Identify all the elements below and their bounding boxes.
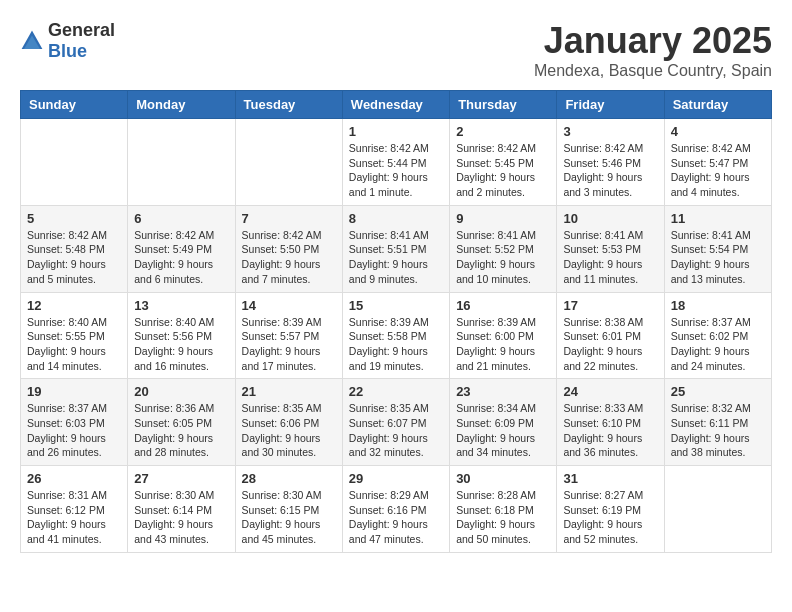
- day-info: Sunrise: 8:42 AM Sunset: 5:49 PM Dayligh…: [134, 228, 228, 287]
- day-info: Sunrise: 8:42 AM Sunset: 5:47 PM Dayligh…: [671, 141, 765, 200]
- logo-blue: Blue: [48, 41, 87, 61]
- day-number: 14: [242, 298, 336, 313]
- calendar-cell: 5Sunrise: 8:42 AM Sunset: 5:48 PM Daylig…: [21, 205, 128, 292]
- day-info: Sunrise: 8:42 AM Sunset: 5:50 PM Dayligh…: [242, 228, 336, 287]
- calendar-cell: [21, 119, 128, 206]
- calendar-cell: 19Sunrise: 8:37 AM Sunset: 6:03 PM Dayli…: [21, 379, 128, 466]
- calendar-cell: 29Sunrise: 8:29 AM Sunset: 6:16 PM Dayli…: [342, 466, 449, 553]
- day-info: Sunrise: 8:36 AM Sunset: 6:05 PM Dayligh…: [134, 401, 228, 460]
- calendar-week-row: 1Sunrise: 8:42 AM Sunset: 5:44 PM Daylig…: [21, 119, 772, 206]
- day-info: Sunrise: 8:30 AM Sunset: 6:14 PM Dayligh…: [134, 488, 228, 547]
- day-number: 3: [563, 124, 657, 139]
- day-number: 16: [456, 298, 550, 313]
- calendar-cell: 31Sunrise: 8:27 AM Sunset: 6:19 PM Dayli…: [557, 466, 664, 553]
- day-number: 30: [456, 471, 550, 486]
- calendar-cell: 27Sunrise: 8:30 AM Sunset: 6:14 PM Dayli…: [128, 466, 235, 553]
- day-number: 12: [27, 298, 121, 313]
- weekday-header-tuesday: Tuesday: [235, 91, 342, 119]
- day-info: Sunrise: 8:41 AM Sunset: 5:52 PM Dayligh…: [456, 228, 550, 287]
- day-info: Sunrise: 8:41 AM Sunset: 5:54 PM Dayligh…: [671, 228, 765, 287]
- day-number: 7: [242, 211, 336, 226]
- day-number: 6: [134, 211, 228, 226]
- calendar-week-row: 12Sunrise: 8:40 AM Sunset: 5:55 PM Dayli…: [21, 292, 772, 379]
- page-header: General Blue January 2025 Mendexa, Basqu…: [20, 20, 772, 80]
- calendar-cell: 10Sunrise: 8:41 AM Sunset: 5:53 PM Dayli…: [557, 205, 664, 292]
- calendar-cell: 7Sunrise: 8:42 AM Sunset: 5:50 PM Daylig…: [235, 205, 342, 292]
- day-number: 18: [671, 298, 765, 313]
- calendar-cell: 4Sunrise: 8:42 AM Sunset: 5:47 PM Daylig…: [664, 119, 771, 206]
- calendar-cell: 28Sunrise: 8:30 AM Sunset: 6:15 PM Dayli…: [235, 466, 342, 553]
- day-info: Sunrise: 8:41 AM Sunset: 5:51 PM Dayligh…: [349, 228, 443, 287]
- day-number: 23: [456, 384, 550, 399]
- calendar-cell: 21Sunrise: 8:35 AM Sunset: 6:06 PM Dayli…: [235, 379, 342, 466]
- day-info: Sunrise: 8:35 AM Sunset: 6:07 PM Dayligh…: [349, 401, 443, 460]
- day-info: Sunrise: 8:39 AM Sunset: 5:57 PM Dayligh…: [242, 315, 336, 374]
- day-info: Sunrise: 8:37 AM Sunset: 6:02 PM Dayligh…: [671, 315, 765, 374]
- day-number: 24: [563, 384, 657, 399]
- calendar-table: SundayMondayTuesdayWednesdayThursdayFrid…: [20, 90, 772, 553]
- day-info: Sunrise: 8:27 AM Sunset: 6:19 PM Dayligh…: [563, 488, 657, 547]
- weekday-header-row: SundayMondayTuesdayWednesdayThursdayFrid…: [21, 91, 772, 119]
- calendar-cell: 8Sunrise: 8:41 AM Sunset: 5:51 PM Daylig…: [342, 205, 449, 292]
- day-info: Sunrise: 8:29 AM Sunset: 6:16 PM Dayligh…: [349, 488, 443, 547]
- day-number: 21: [242, 384, 336, 399]
- calendar-title: January 2025: [534, 20, 772, 62]
- calendar-week-row: 5Sunrise: 8:42 AM Sunset: 5:48 PM Daylig…: [21, 205, 772, 292]
- calendar-cell: 15Sunrise: 8:39 AM Sunset: 5:58 PM Dayli…: [342, 292, 449, 379]
- day-number: 20: [134, 384, 228, 399]
- day-number: 1: [349, 124, 443, 139]
- day-number: 8: [349, 211, 443, 226]
- calendar-cell: [664, 466, 771, 553]
- calendar-cell: 13Sunrise: 8:40 AM Sunset: 5:56 PM Dayli…: [128, 292, 235, 379]
- day-number: 22: [349, 384, 443, 399]
- calendar-cell: 24Sunrise: 8:33 AM Sunset: 6:10 PM Dayli…: [557, 379, 664, 466]
- day-number: 4: [671, 124, 765, 139]
- day-number: 29: [349, 471, 443, 486]
- day-number: 27: [134, 471, 228, 486]
- weekday-header-wednesday: Wednesday: [342, 91, 449, 119]
- calendar-week-row: 26Sunrise: 8:31 AM Sunset: 6:12 PM Dayli…: [21, 466, 772, 553]
- day-info: Sunrise: 8:31 AM Sunset: 6:12 PM Dayligh…: [27, 488, 121, 547]
- logo-general: General: [48, 20, 115, 40]
- calendar-cell: 18Sunrise: 8:37 AM Sunset: 6:02 PM Dayli…: [664, 292, 771, 379]
- day-number: 10: [563, 211, 657, 226]
- day-number: 31: [563, 471, 657, 486]
- day-info: Sunrise: 8:42 AM Sunset: 5:48 PM Dayligh…: [27, 228, 121, 287]
- calendar-cell: 26Sunrise: 8:31 AM Sunset: 6:12 PM Dayli…: [21, 466, 128, 553]
- day-info: Sunrise: 8:39 AM Sunset: 5:58 PM Dayligh…: [349, 315, 443, 374]
- calendar-cell: 3Sunrise: 8:42 AM Sunset: 5:46 PM Daylig…: [557, 119, 664, 206]
- calendar-cell: 17Sunrise: 8:38 AM Sunset: 6:01 PM Dayli…: [557, 292, 664, 379]
- calendar-cell: [235, 119, 342, 206]
- day-info: Sunrise: 8:35 AM Sunset: 6:06 PM Dayligh…: [242, 401, 336, 460]
- day-number: 15: [349, 298, 443, 313]
- calendar-cell: 30Sunrise: 8:28 AM Sunset: 6:18 PM Dayli…: [450, 466, 557, 553]
- day-number: 26: [27, 471, 121, 486]
- calendar-cell: 11Sunrise: 8:41 AM Sunset: 5:54 PM Dayli…: [664, 205, 771, 292]
- day-info: Sunrise: 8:42 AM Sunset: 5:44 PM Dayligh…: [349, 141, 443, 200]
- calendar-subtitle: Mendexa, Basque Country, Spain: [534, 62, 772, 80]
- day-info: Sunrise: 8:40 AM Sunset: 5:56 PM Dayligh…: [134, 315, 228, 374]
- calendar-cell: 6Sunrise: 8:42 AM Sunset: 5:49 PM Daylig…: [128, 205, 235, 292]
- day-number: 5: [27, 211, 121, 226]
- calendar-cell: 25Sunrise: 8:32 AM Sunset: 6:11 PM Dayli…: [664, 379, 771, 466]
- day-info: Sunrise: 8:32 AM Sunset: 6:11 PM Dayligh…: [671, 401, 765, 460]
- day-number: 2: [456, 124, 550, 139]
- day-number: 9: [456, 211, 550, 226]
- calendar-cell: [128, 119, 235, 206]
- calendar-cell: 12Sunrise: 8:40 AM Sunset: 5:55 PM Dayli…: [21, 292, 128, 379]
- day-number: 17: [563, 298, 657, 313]
- weekday-header-sunday: Sunday: [21, 91, 128, 119]
- day-number: 19: [27, 384, 121, 399]
- calendar-cell: 14Sunrise: 8:39 AM Sunset: 5:57 PM Dayli…: [235, 292, 342, 379]
- day-number: 11: [671, 211, 765, 226]
- calendar-cell: 9Sunrise: 8:41 AM Sunset: 5:52 PM Daylig…: [450, 205, 557, 292]
- calendar-cell: 20Sunrise: 8:36 AM Sunset: 6:05 PM Dayli…: [128, 379, 235, 466]
- title-section: January 2025 Mendexa, Basque Country, Sp…: [534, 20, 772, 80]
- day-info: Sunrise: 8:28 AM Sunset: 6:18 PM Dayligh…: [456, 488, 550, 547]
- day-info: Sunrise: 8:42 AM Sunset: 5:46 PM Dayligh…: [563, 141, 657, 200]
- calendar-cell: 23Sunrise: 8:34 AM Sunset: 6:09 PM Dayli…: [450, 379, 557, 466]
- day-info: Sunrise: 8:38 AM Sunset: 6:01 PM Dayligh…: [563, 315, 657, 374]
- day-info: Sunrise: 8:39 AM Sunset: 6:00 PM Dayligh…: [456, 315, 550, 374]
- day-info: Sunrise: 8:37 AM Sunset: 6:03 PM Dayligh…: [27, 401, 121, 460]
- logo: General Blue: [20, 20, 115, 62]
